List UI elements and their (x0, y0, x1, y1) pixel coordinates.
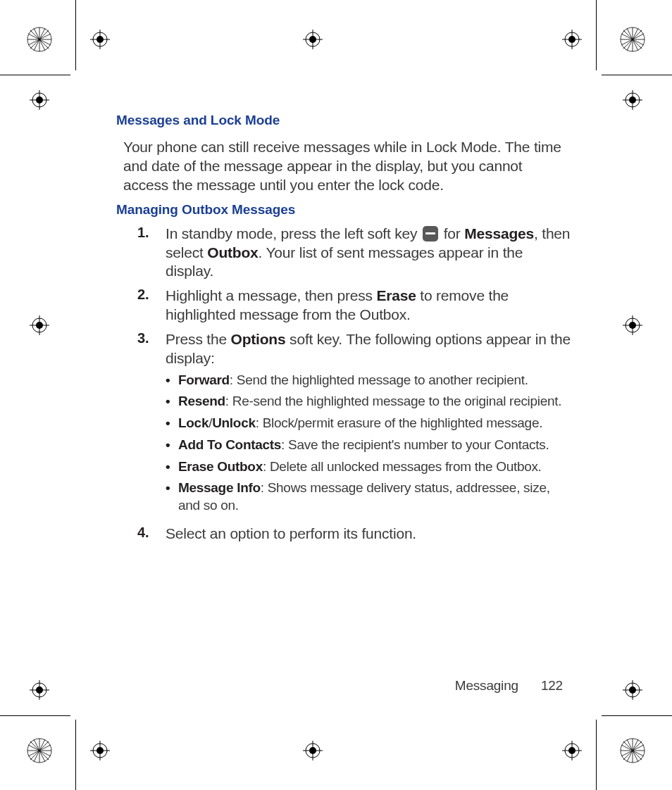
registration-mark-icon (30, 315, 49, 335)
registration-mark-icon (30, 680, 49, 700)
option-name: Add To Contacts (178, 437, 281, 452)
crop-mark-line (596, 0, 597, 70)
option-name: Resend (178, 394, 225, 408)
text-fragment: for (440, 225, 464, 242)
bullet-icon: • (166, 372, 178, 389)
sunburst-mark-icon (620, 27, 645, 52)
footer-chapter: Messaging (455, 678, 518, 693)
option-desc: : Block/permit erasure of the highlighte… (256, 415, 542, 430)
step-number: 3. (137, 330, 166, 519)
crop-mark-line (0, 715, 70, 716)
registration-mark-icon (562, 30, 582, 49)
option-text: Forward: Send the highlighted message to… (178, 372, 528, 389)
crop-mark-line (75, 720, 76, 790)
footer-page-number: 122 (541, 678, 563, 693)
step-4: 4. Select an option to perform its funct… (137, 525, 571, 544)
registration-mark-icon (623, 680, 642, 700)
option-text: Resend: Re-send the highlighted message … (178, 393, 561, 410)
options-list: •Forward: Send the highlighted message t… (166, 372, 571, 515)
option-name: Erase Outbox (178, 459, 263, 474)
option-text: Message Info: Shows message delivery sta… (178, 479, 571, 514)
registration-mark-icon (90, 30, 110, 49)
heading-managing-outbox: Managing Outbox Messages (116, 202, 571, 218)
crop-mark-line (0, 75, 70, 75)
registration-mark-icon (562, 741, 582, 760)
step-1: 1. In standby mode, press the left soft … (137, 225, 571, 282)
label-outbox: Outbox (207, 244, 258, 261)
label-erase: Erase (376, 287, 416, 303)
bullet-icon: • (166, 437, 178, 454)
step-text: Highlight a message, then press Erase to… (166, 287, 571, 325)
crop-mark-line (596, 720, 597, 790)
option-name: Message Info (178, 480, 261, 495)
step-2: 2. Highlight a message, then press Erase… (137, 287, 571, 325)
list-item: •Add To Contacts: Save the recipient's n… (166, 437, 571, 454)
option-desc: : Send the highlighted message to anothe… (230, 372, 528, 387)
list-item: •Forward: Send the highlighted message t… (166, 372, 571, 389)
bullet-icon: • (166, 393, 178, 410)
bullet-icon: • (166, 479, 178, 514)
option-text: Erase Outbox: Delete all unlocked messag… (178, 458, 542, 476)
step-number: 2. (137, 287, 166, 325)
list-item: •Resend: Re-send the highlighted message… (166, 393, 571, 410)
bullet-icon: • (166, 458, 178, 476)
option-desc: : Delete all unlocked messages from the … (263, 459, 542, 474)
list-item: •Message Info: Shows message delivery st… (166, 479, 571, 514)
page-content: Messages and Lock Mode Your phone can st… (116, 113, 571, 548)
label-options: Options (231, 331, 286, 347)
registration-mark-icon (303, 741, 323, 760)
registration-mark-icon (30, 90, 49, 110)
option-name: Unlock (212, 415, 256, 430)
option-text: Lock/Unlock: Block/permit erasure of the… (178, 415, 542, 432)
soft-key-icon (423, 226, 438, 242)
page-footer: Messaging122 (455, 678, 563, 694)
step-text: Select an option to perform its function… (166, 525, 416, 544)
text-fragment: Highlight a message, then press (166, 287, 376, 303)
step-3: 3. Press the Options soft key. The follo… (137, 330, 571, 519)
crop-mark-line (75, 0, 76, 70)
sunburst-mark-icon (27, 738, 52, 763)
text-fragment: In standby mode, press the left soft key (166, 225, 421, 242)
sunburst-mark-icon (27, 27, 52, 52)
option-name: Lock (178, 415, 209, 430)
crop-mark-line (602, 715, 672, 716)
registration-mark-icon (623, 90, 642, 110)
intro-paragraph: Your phone can still receive messages wh… (123, 138, 571, 195)
numbered-steps: 1. In standby mode, press the left soft … (137, 225, 571, 544)
option-name: Forward (178, 372, 230, 387)
step-number: 4. (137, 525, 166, 544)
registration-mark-icon (623, 315, 642, 335)
list-item: •Lock/Unlock: Block/permit erasure of th… (166, 415, 571, 432)
step-text: Press the Options soft key. The followin… (166, 330, 571, 519)
registration-mark-icon (90, 741, 110, 760)
bullet-icon: • (166, 415, 178, 432)
crop-mark-line (602, 75, 672, 75)
label-messages: Messages (464, 225, 534, 242)
list-item: •Erase Outbox: Delete all unlocked messa… (166, 458, 571, 476)
option-desc: : Save the recipient's number to your Co… (281, 437, 549, 452)
registration-mark-icon (303, 30, 323, 49)
sunburst-mark-icon (620, 738, 645, 763)
step-text: In standby mode, press the left soft key… (166, 225, 571, 282)
heading-messages-and-lock-mode: Messages and Lock Mode (116, 113, 571, 128)
step-number: 1. (137, 225, 166, 282)
option-desc: : Re-send the highlighted message to the… (225, 394, 561, 408)
option-text: Add To Contacts: Save the recipient's nu… (178, 437, 549, 454)
text-fragment: Press the (166, 331, 231, 347)
